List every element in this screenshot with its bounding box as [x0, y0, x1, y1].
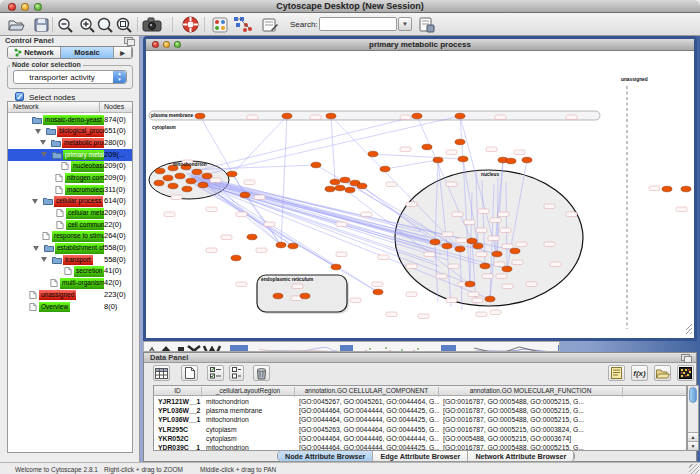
attribute-matrix-icon[interactable] — [677, 365, 694, 381]
scroll-up-button[interactable]: ▲ — [688, 432, 698, 441]
search-input[interactable] — [319, 17, 397, 31]
data-panel-float-icon[interactable] — [681, 354, 690, 361]
network-node[interactable] — [154, 180, 164, 186]
network-node[interactable] — [662, 186, 672, 192]
expander-icon[interactable] — [41, 152, 47, 157]
network-canvas[interactable]: plasma membranecytoplasmmitochondrionnuc… — [146, 52, 694, 338]
network-node[interactable] — [430, 239, 440, 245]
network-node[interactable] — [442, 243, 452, 249]
network-node[interactable] — [335, 185, 345, 191]
new-network-icon[interactable] — [233, 15, 253, 34]
search-dropdown-button[interactable]: ▼ — [398, 17, 412, 31]
network-node[interactable] — [340, 177, 350, 183]
column-header[interactable]: ID — [154, 387, 202, 397]
tree-row[interactable]: nitrogen compo209(0) — [8, 172, 132, 184]
network-node[interactable] — [467, 238, 477, 244]
tree-row-label[interactable]: nucleobase- — [71, 161, 104, 172]
network-node[interactable] — [522, 157, 532, 163]
expander-icon[interactable] — [40, 140, 46, 145]
open-folder-icon[interactable] — [7, 15, 27, 34]
network-node[interactable] — [325, 186, 335, 192]
tree-row[interactable]: mosaic-demo-yeast874(0) — [8, 114, 132, 126]
network-node[interactable] — [373, 289, 383, 295]
node-color-select[interactable]: transporter activity ▲▼ — [13, 70, 127, 84]
network-node[interactable] — [368, 151, 378, 157]
float-panel-icon[interactable] — [124, 37, 133, 44]
network-node[interactable] — [458, 156, 468, 162]
network-node[interactable] — [168, 183, 178, 189]
network-node[interactable] — [357, 183, 367, 189]
tree-row-label[interactable]: biological_process — [57, 126, 104, 137]
tree-row[interactable]: secretion41(0) — [8, 266, 132, 278]
expander-icon[interactable] — [35, 129, 41, 134]
network-node[interactable] — [412, 113, 422, 119]
tree-row-label[interactable]: cellular metabol — [66, 208, 104, 219]
network-node[interactable] — [473, 243, 483, 249]
network-edge[interactable] — [281, 116, 287, 245]
network-edge[interactable] — [373, 154, 463, 159]
network-node[interactable] — [433, 157, 443, 163]
tab-mosaic[interactable]: Mosaic — [61, 47, 114, 58]
network-node[interactable] — [485, 296, 495, 302]
table-row[interactable]: YPL036W__2plasma membrane[GO:0044464, GO… — [154, 406, 686, 415]
tree-row[interactable]: transport558(0) — [8, 254, 132, 266]
tab-edge-attribute-browser[interactable]: Edge Attribute Browser — [373, 451, 468, 461]
network-node[interactable] — [186, 178, 196, 184]
table-row[interactable]: YLR295Ccytoplasm[GO:0045263, GO:0044464,… — [154, 425, 686, 434]
table-scrollbar[interactable]: ▲ ▼ — [687, 385, 699, 451]
tree-row-label[interactable]: primary metabo — [63, 150, 104, 161]
tree-row-label[interactable]: unassigned — [39, 290, 76, 301]
network-node[interactable] — [465, 281, 475, 287]
network-node[interactable] — [195, 113, 205, 119]
attribute-table-header[interactable]: ID_cellularLayoutRegionannotation.GO CEL… — [154, 386, 686, 396]
network-node[interactable] — [202, 173, 212, 179]
network-node[interactable] — [240, 192, 250, 198]
notes-icon[interactable] — [608, 365, 625, 381]
data-panel-titlebar[interactable]: Data Panel — [144, 353, 696, 363]
attribute-table-icon[interactable] — [153, 365, 170, 381]
network-node[interactable] — [192, 169, 202, 175]
tree-row[interactable]: Overview8(0) — [8, 301, 132, 313]
new-attribute-icon[interactable] — [181, 365, 198, 381]
function-builder-icon[interactable]: f(x) — [631, 365, 648, 381]
save-icon[interactable] — [31, 15, 51, 34]
scrollbar-thumb[interactable] — [689, 387, 697, 403]
network-node[interactable] — [492, 251, 502, 257]
tree-row-label[interactable]: macromolecule — [65, 185, 104, 196]
network-edge[interactable] — [207, 176, 281, 245]
network-edge[interactable] — [331, 116, 335, 182]
expander-icon[interactable] — [32, 199, 38, 204]
table-row[interactable]: YKR052Ccytoplasm[GO:0044464, GO:0044446,… — [154, 434, 686, 443]
zoom-selected-icon[interactable] — [114, 15, 134, 34]
annotation-doc-icon[interactable] — [260, 15, 280, 34]
column-header[interactable]: annotation.GO MOLECULAR_FUNCTION — [439, 387, 623, 397]
network-node[interactable] — [345, 187, 355, 193]
network-node[interactable] — [326, 113, 336, 119]
column-header[interactable]: _cellularLayoutRegion — [202, 387, 295, 397]
network-node[interactable] — [330, 179, 340, 185]
table-row[interactable]: YJR121W__1mitochondrion[GO:0045267, GO:0… — [154, 397, 686, 406]
zoom-fit-icon[interactable] — [95, 15, 115, 34]
network-node[interactable] — [282, 113, 292, 119]
tabs-overflow-arrow[interactable]: ▶ — [114, 47, 132, 58]
network-node[interactable] — [247, 234, 257, 240]
network-node[interactable] — [455, 246, 465, 252]
network-edge[interactable] — [385, 160, 438, 169]
column-header[interactable] — [623, 387, 687, 397]
network-node[interactable] — [506, 158, 516, 164]
network-node[interactable] — [455, 113, 465, 119]
delete-attribute-icon[interactable] — [253, 365, 270, 381]
snapshot-camera-icon[interactable] — [142, 15, 162, 34]
help-lifering-icon[interactable] — [180, 15, 200, 34]
network-node[interactable] — [331, 264, 341, 270]
network-edge[interactable] — [191, 116, 417, 172]
network-edge[interactable] — [194, 177, 431, 244]
network-node[interactable] — [510, 248, 520, 254]
tree-row[interactable]: biological_process651(0) — [8, 126, 132, 138]
tree-row[interactable]: nucleobase-209(0) — [8, 161, 132, 173]
network-node[interactable] — [273, 293, 283, 299]
network-node[interactable] — [422, 144, 432, 150]
tree-row-label[interactable]: cellular process — [54, 196, 103, 207]
network-node[interactable] — [231, 255, 241, 261]
tree-row-label[interactable]: response to stimulu — [52, 231, 104, 242]
